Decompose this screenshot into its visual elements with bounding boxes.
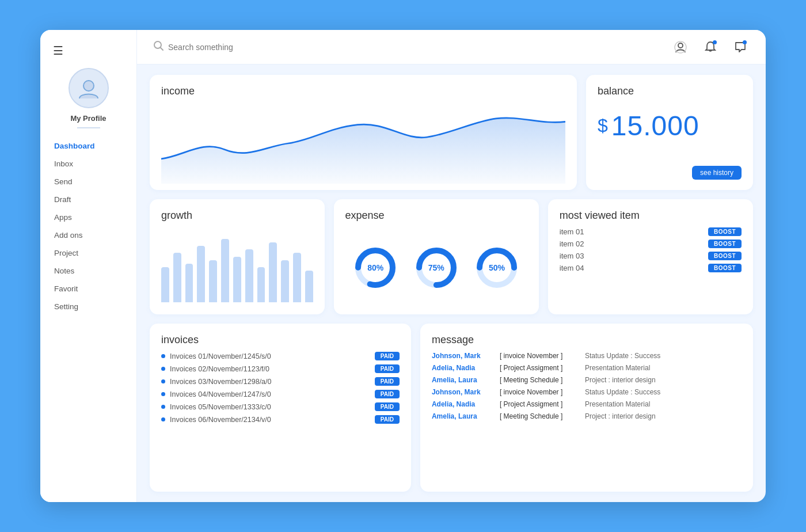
message-preview: Status Update : Success [585, 352, 660, 360]
invoice-item-left: Invoices 03/November/1298/a/0 [161, 378, 272, 386]
income-chart [161, 103, 565, 184]
message-subject: [ invoice November ] [500, 388, 580, 396]
growth-bar [161, 267, 169, 302]
growth-bar [173, 253, 181, 302]
donut-label: 75% [428, 263, 444, 272]
sidebar: ☰ My Profile DashboardInboxSendDraftApps… [40, 30, 137, 502]
message-sender: Johnson, Mark [432, 388, 495, 396]
donut: 50% [474, 245, 520, 291]
donut-wrap: 50% [474, 245, 520, 291]
invoice-item-left: Invoices 06/November/2134/v/0 [161, 416, 271, 424]
growth-bar [197, 246, 205, 302]
paid-badge: PAID [375, 402, 400, 411]
list-item: item 04 BOOST [560, 264, 742, 272]
sidebar-item-add-ons[interactable]: Add ons [40, 227, 136, 244]
invoice-text: Invoices 03/November/1298/a/0 [170, 378, 272, 386]
growth-card: growth [150, 199, 325, 314]
message-list: Johnson, Mark [ invoice November ] Statu… [432, 352, 742, 420]
dashboard: income balance [137, 64, 766, 502]
list-item: item 02 BOOST [560, 240, 742, 248]
menu-icon[interactable]: ☰ [53, 44, 63, 58]
invoice-dot [161, 392, 165, 396]
svg-point-1 [154, 41, 161, 48]
boost-button[interactable]: BOOST [708, 264, 742, 272]
invoice-text: Invoices 04/November/1247/s/0 [170, 390, 271, 398]
paid-badge: PAID [375, 390, 400, 398]
message-subject: [ invoice November ] [500, 352, 580, 360]
list-item: Amelia, Laura [ Meeting Schedule ] Proje… [432, 412, 742, 420]
invoice-text: Invoices 02/November/1123/f/0 [170, 365, 269, 373]
sidebar-item-draft[interactable]: Draft [40, 191, 136, 208]
sidebar-item-send[interactable]: Send [40, 173, 136, 190]
paid-badge: PAID [375, 415, 400, 424]
invoice-list: Invoices 01/November/1245/s/0 PAID Invoi… [161, 352, 400, 424]
invoices-title: invoices [161, 334, 400, 346]
most-viewed-item-name: item 04 [560, 264, 584, 272]
list-item: item 03 BOOST [560, 252, 742, 260]
message-sender: Amelia, Laura [432, 412, 495, 420]
message-subject: [ Meeting Schedule ] [500, 412, 580, 420]
donut-wrap: 80% [352, 245, 398, 291]
avatar [69, 68, 109, 108]
sidebar-item-notes[interactable]: Notes [40, 263, 136, 279]
sidebar-item-setting[interactable]: Setting [40, 298, 136, 315]
message-preview: Presentation Material [585, 400, 650, 408]
expense-donuts: 80% 75% 50% [345, 227, 527, 308]
invoice-dot [161, 379, 165, 383]
expense-title: expense [345, 210, 527, 222]
sidebar-item-project[interactable]: Project [40, 245, 136, 261]
expense-card: expense 80% 75% 50% [334, 199, 539, 314]
app-window: ☰ My Profile DashboardInboxSendDraftApps… [40, 30, 766, 502]
chat-notification-dot [743, 40, 747, 44]
message-subject: [ Meeting Schedule ] [500, 376, 580, 384]
invoices-card: invoices Invoices 01/November/1245/s/0 P… [150, 324, 411, 492]
most-viewed-item-name: item 03 [560, 252, 584, 260]
search-wrap [153, 40, 664, 54]
boost-button[interactable]: BOOST [708, 227, 742, 236]
growth-bar [293, 253, 301, 302]
user-icon[interactable] [671, 38, 690, 56]
svg-point-3 [678, 43, 683, 48]
boost-button[interactable]: BOOST [708, 252, 742, 260]
row-1: income balance [150, 75, 753, 190]
message-sender: Amelia, Laura [432, 376, 495, 384]
growth-bar [209, 260, 217, 302]
see-history-button[interactable]: see history [692, 166, 742, 180]
sidebar-item-inbox[interactable]: Inbox [40, 155, 136, 172]
growth-bar [245, 249, 253, 302]
invoice-text: Invoices 01/November/1245/s/0 [170, 352, 271, 360]
main-content: income balance [137, 30, 766, 502]
sidebar-item-dashboard[interactable]: Dashboard [40, 138, 136, 154]
growth-bar [305, 271, 313, 302]
chat-icon[interactable] [731, 38, 750, 56]
most-viewed-title: most viewed item [560, 210, 742, 222]
list-item: item 01 BOOST [560, 227, 742, 236]
sidebar-divider [77, 127, 100, 128]
balance-currency: $ [598, 115, 608, 136]
most-viewed-item-name: item 01 [560, 227, 584, 236]
list-item: Invoices 03/November/1298/a/0 PAID [161, 377, 400, 386]
balance-title: balance [598, 85, 742, 97]
bell-icon[interactable] [701, 38, 720, 56]
header [137, 30, 766, 64]
most-viewed-card: most viewed item item 01 BOOST item 02 B… [548, 199, 753, 314]
growth-bar [221, 239, 229, 302]
invoice-dot [161, 417, 165, 421]
list-item: Amelia, Laura [ Meeting Schedule ] Proje… [432, 376, 742, 384]
growth-bar [233, 257, 241, 302]
message-subject: [ Project Assigment ] [500, 400, 580, 408]
header-icons [671, 38, 750, 56]
sidebar-item-favorit[interactable]: Favorit [40, 280, 136, 297]
growth-bar [185, 264, 193, 302]
profile-label: My Profile [70, 114, 106, 123]
message-sender: Johnson, Mark [432, 352, 495, 360]
message-preview: Presentation Material [585, 364, 650, 372]
svg-line-2 [161, 48, 163, 50]
sidebar-item-apps[interactable]: Apps [40, 209, 136, 226]
growth-bar [257, 267, 265, 302]
message-sender: Adelia, Nadia [432, 364, 495, 372]
invoice-item-left: Invoices 01/November/1245/s/0 [161, 352, 271, 360]
boost-button[interactable]: BOOST [708, 240, 742, 248]
search-input[interactable] [168, 43, 341, 52]
invoice-dot [161, 405, 165, 409]
